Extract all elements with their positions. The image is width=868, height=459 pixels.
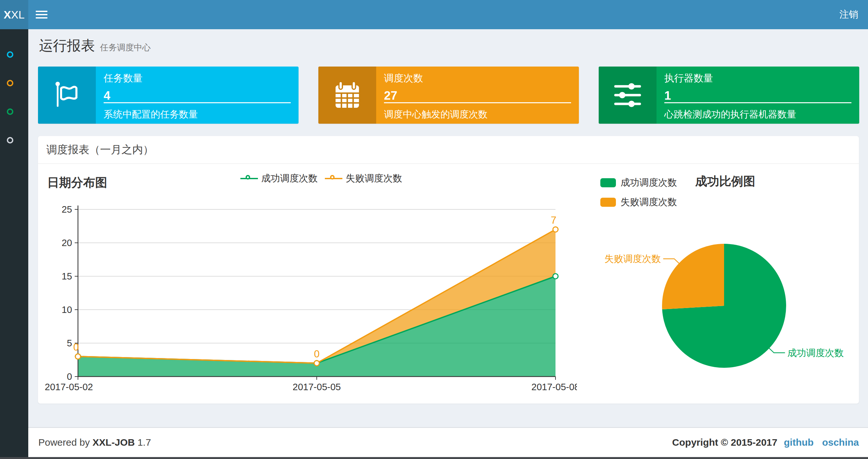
sidebar: [0, 29, 28, 459]
sidebar-item-help[interactable]: [0, 131, 28, 150]
svg-text:10: 10: [62, 304, 72, 315]
info-box-label: 任务数量: [104, 72, 291, 85]
swatch-icon: [600, 178, 616, 187]
sidebar-toggle-button[interactable]: [28, 0, 55, 29]
pie-chart-title: 成功比例图: [695, 173, 754, 190]
svg-text:成功调度次数: 成功调度次数: [787, 348, 844, 358]
info-box-task-count: 任务数量 4 系统中配置的任务数量: [38, 67, 299, 124]
circle-o-icon: [7, 137, 13, 143]
sidebar-item-task-manage[interactable]: [0, 73, 28, 93]
info-box-description: 系统中配置的任务数量: [104, 108, 198, 121]
line-circle-legend-icon: [240, 174, 258, 184]
legend-item-success[interactable]: 成功调度次数: [240, 172, 318, 185]
svg-text:20: 20: [62, 238, 72, 248]
oschina-link[interactable]: oschina: [822, 437, 859, 448]
legend-item-success[interactable]: 成功调度次数: [600, 176, 677, 189]
page-title: 运行报表: [39, 36, 95, 55]
logout-link[interactable]: 注销: [830, 0, 868, 29]
line-chart-title: 日期分布图: [47, 175, 107, 191]
calendar-icon: [318, 67, 376, 124]
svg-text:失败调度次数: 失败调度次数: [604, 254, 661, 264]
top-navbar: XXL 注销: [0, 0, 868, 29]
logo-text: XL: [11, 8, 25, 21]
svg-text:0: 0: [314, 348, 319, 360]
circle-o-icon: [7, 80, 13, 86]
page-header: 运行报表 任务调度中心: [39, 36, 151, 55]
legend-item-fail[interactable]: 失败调度次数: [600, 196, 677, 209]
panel-title: 调度报表（一月之内）: [38, 136, 859, 164]
date-distribution-chart[interactable]: 05101520252017-05-022017-05-052017-05-08…: [38, 195, 577, 402]
svg-text:15: 15: [62, 271, 72, 282]
xxl-job-dashboard: XXL 注销 运行报表 任务调度中心 任务数量 4 系统中配置的任务数量: [0, 0, 868, 459]
sidebar-item-run-report[interactable]: [0, 45, 28, 64]
powered-by: Powered by XXL-JOB 1.7: [38, 437, 151, 448]
legend-item-fail[interactable]: 失败调度次数: [325, 172, 402, 185]
success-ratio-pie-chart[interactable]: 成功调度次数失败调度次数: [594, 195, 861, 402]
svg-text:5: 5: [67, 338, 72, 348]
window-edge: [0, 457, 868, 459]
info-box-divider: [384, 102, 571, 103]
circle-o-icon: [7, 51, 13, 58]
info-box-description: 心跳检测成功的执行器机器数量: [664, 108, 796, 121]
info-box-divider: [664, 102, 851, 103]
line-circle-legend-icon: [325, 174, 342, 184]
flag-icon: [38, 67, 96, 124]
info-box-divider: [104, 102, 291, 103]
info-box-label: 执行器数量: [664, 72, 851, 85]
hamburger-icon: [36, 9, 48, 21]
github-link[interactable]: github: [784, 437, 814, 448]
app-logo[interactable]: XXL: [0, 0, 28, 29]
pie-chart-legend: 成功调度次数 失败调度次数: [600, 176, 677, 215]
info-box-description: 调度中心触发的调度次数: [384, 108, 488, 121]
info-box-value: 27: [384, 89, 571, 103]
svg-text:0: 0: [67, 371, 72, 382]
copyright-text: Copyright © 2015-2017: [672, 437, 777, 448]
info-box-executor-count: 执行器数量 1 心跳检测成功的执行器机器数量: [599, 67, 859, 124]
page-subtitle: 任务调度中心: [100, 42, 151, 53]
svg-text:0: 0: [73, 341, 79, 353]
info-box-value: 1: [664, 89, 851, 103]
svg-text:25: 25: [62, 204, 72, 215]
svg-text:7: 7: [551, 215, 556, 226]
info-box-label: 调度次数: [384, 72, 571, 85]
circle-o-icon: [7, 108, 13, 115]
svg-text:2017-05-02: 2017-05-02: [45, 382, 93, 392]
product-name: XXL-JOB: [93, 437, 135, 448]
sidebar-item-dispatch-log[interactable]: [0, 102, 28, 122]
info-box-value: 4: [104, 89, 291, 103]
svg-text:2017-05-05: 2017-05-05: [293, 382, 341, 392]
sliders-icon: [599, 67, 656, 124]
swatch-icon: [600, 198, 616, 207]
main-footer: Powered by XXL-JOB 1.7 Copyright © 2015-…: [28, 427, 868, 457]
logo-text-bold: X: [4, 8, 11, 21]
svg-text:2017-05-08: 2017-05-08: [531, 382, 577, 392]
info-box-trigger-count: 调度次数 27 调度中心触发的调度次数: [318, 67, 579, 124]
line-chart-legend: 成功调度次数 失败调度次数: [240, 172, 402, 185]
